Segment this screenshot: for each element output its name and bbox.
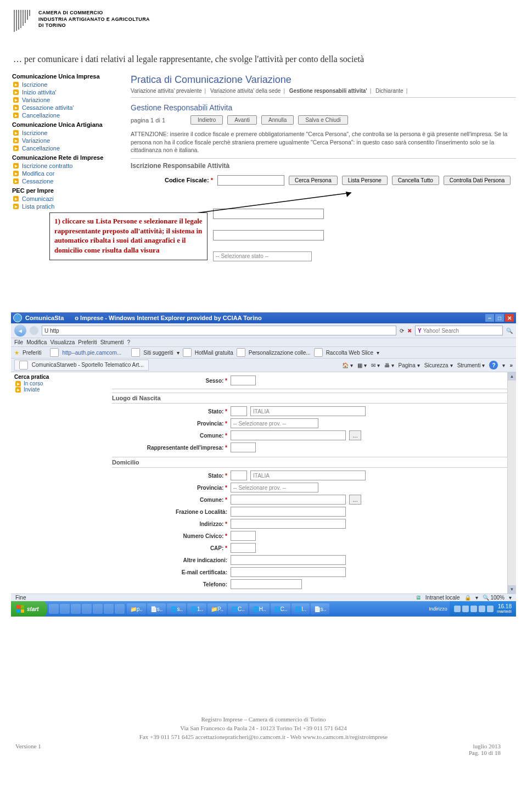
altre-input[interactable] <box>231 555 346 565</box>
dom-comune-input[interactable] <box>231 495 346 505</box>
sidebar-item-art-iscrizione[interactable]: ▸Iscrizione <box>11 129 121 137</box>
menu-visualizza[interactable]: Visualizza <box>50 339 75 345</box>
quick-launch-icon[interactable] <box>60 604 70 614</box>
favorites-icon[interactable]: ★ <box>14 350 19 356</box>
search-input[interactable]: Y Yahoo! Search <box>415 326 503 335</box>
scroll-up-icon[interactable]: ▲ <box>508 372 516 380</box>
home-icon[interactable]: 🏠 ▾ <box>342 362 353 368</box>
sidebar-item-rete-iscr[interactable]: ▸Iscrizione contratto <box>11 162 121 170</box>
prev-button[interactable]: Indietro <box>190 115 223 125</box>
telefono-input[interactable] <box>231 579 302 589</box>
state-select[interactable]: -- Selezionare stato -- <box>213 251 312 261</box>
help-icon[interactable]: ? <box>489 361 498 369</box>
sidebar-item-variazione[interactable]: ▸Variazione <box>11 96 121 104</box>
dom-stato-code-input[interactable] <box>231 471 247 480</box>
crumb[interactable]: Dichiarante <box>375 88 403 94</box>
task-item[interactable]: 🌐 H.. <box>249 603 270 614</box>
cancel-button[interactable]: Annulla <box>261 115 294 125</box>
security-menu[interactable]: Sicurezza ▾ <box>424 362 453 368</box>
window-minimize-icon[interactable]: – <box>485 314 494 322</box>
ie-tab[interactable]: ComunicaStarweb - Sportello Telematico A… <box>14 360 149 371</box>
task-item[interactable]: 🌐 1.. <box>187 603 206 614</box>
fav-personal[interactable]: Personalizzazione colle... <box>249 350 311 356</box>
task-item[interactable]: 🌐 C.. <box>271 603 291 614</box>
quick-launch-icon[interactable] <box>115 604 125 614</box>
task-item[interactable]: 🌐 C.. <box>228 603 248 614</box>
task-item[interactable]: 📄 s.. <box>311 603 330 614</box>
tray-icon[interactable] <box>454 606 461 612</box>
cerca-in-corso[interactable]: ▸In corso <box>14 380 86 387</box>
tray-icon[interactable] <box>479 606 485 612</box>
quick-launch-icon[interactable] <box>93 604 103 614</box>
menu-preferiti[interactable]: Preferiti <box>78 339 97 345</box>
sidebar-item-cessazione-att[interactable]: ▸Cessazione attivita' <box>11 104 121 111</box>
sidebar-item-rete-mod[interactable]: ▸Modifica cor <box>11 170 121 177</box>
faded-input[interactable] <box>213 209 324 219</box>
fav-siti[interactable]: Siti suggeriti <box>143 350 173 356</box>
dom-comune-browse-button[interactable]: … <box>349 495 361 505</box>
feeds-icon[interactable]: ▦ ▾ <box>357 362 367 368</box>
tray-icon[interactable] <box>487 606 494 612</box>
scrollbar[interactable]: ▲ ▼ <box>507 372 516 593</box>
provincia-select[interactable]: -- Selezionare prov. -- <box>231 418 318 428</box>
quick-launch-icon[interactable] <box>82 604 92 614</box>
menu-strumenti[interactable]: Strumenti <box>100 339 124 345</box>
quick-launch-icon[interactable] <box>104 604 114 614</box>
stato-select[interactable]: ITALIA <box>250 406 366 416</box>
save-button[interactable]: Salva e Chiudi <box>298 115 347 125</box>
cancella-tutto-button[interactable]: Cancella Tutto <box>392 176 439 185</box>
clock[interactable]: 16.18 martedì <box>497 604 512 614</box>
sidebar-item-cancellazione[interactable]: ▸Cancellazione <box>11 111 121 119</box>
fav-hotmail[interactable]: HotMail gratuita <box>195 350 233 356</box>
comune-input[interactable] <box>231 430 346 440</box>
scroll-down-icon[interactable]: ▼ <box>508 585 516 593</box>
sidebar-item-art-canc[interactable]: ▸Cancellazione <box>11 144 121 152</box>
next-button[interactable]: Avanti <box>227 115 257 125</box>
menu-help[interactable]: ? <box>127 339 130 345</box>
forward-icon[interactable] <box>30 326 38 335</box>
faded-input[interactable] <box>213 230 324 240</box>
rappresentante-select[interactable] <box>231 443 256 452</box>
favorites-label[interactable]: Preferiti <box>23 350 41 356</box>
dom-stato-select[interactable]: ITALIA <box>250 471 366 480</box>
fav-slice[interactable]: Raccolta Web Slice <box>326 350 374 356</box>
email-input[interactable] <box>231 567 346 577</box>
url-input[interactable]: U http <box>42 326 396 335</box>
sesso-select[interactable] <box>231 376 256 385</box>
indirizzo-input[interactable] <box>231 519 346 529</box>
controlla-dati-button[interactable]: Controlla Dati Persona <box>444 176 511 185</box>
sidebar-item-pec-com[interactable]: ▸Comunicazi <box>11 195 121 203</box>
quick-launch-icon[interactable] <box>71 604 81 614</box>
quick-launch-icon[interactable] <box>49 604 59 614</box>
cap-input[interactable] <box>231 543 256 553</box>
fav-url[interactable]: http--auth.pie.camcom... <box>62 350 121 356</box>
lista-persone-button[interactable]: Lista Persone <box>342 176 388 185</box>
tools-menu[interactable]: Strumenti ▾ <box>457 362 485 368</box>
menu-file[interactable]: File <box>14 339 23 345</box>
civico-input[interactable] <box>231 531 256 541</box>
page-menu[interactable]: Pagina ▾ <box>399 362 420 368</box>
tray-icon[interactable] <box>470 606 477 612</box>
taskbar-indirizzo[interactable]: Indirizzo <box>427 606 450 612</box>
zoom-level[interactable]: 🔍 100% <box>483 595 504 601</box>
task-item[interactable]: 📁 p.. <box>127 603 146 614</box>
sidebar-item-art-variazione[interactable]: ▸Variazione <box>11 137 121 144</box>
crumb-active[interactable]: Gestione responsabili attivita' <box>289 88 367 94</box>
cerca-inviate[interactable]: ▸Inviate <box>14 387 86 393</box>
crumb[interactable]: Variazione attivita' della sede <box>210 88 281 94</box>
search-icon[interactable]: 🔍 <box>506 328 513 334</box>
dom-provincia-select[interactable]: -- Selezionare prov. -- <box>231 483 318 492</box>
cerca-persona-button[interactable]: Cerca Persona <box>289 176 338 185</box>
frazione-input[interactable] <box>231 507 346 517</box>
print-icon[interactable]: 🖶 ▾ <box>384 362 394 368</box>
crumb[interactable]: Variazione attivita' prevalente <box>131 88 202 94</box>
sidebar-item-inizio[interactable]: ▸Inizio attivita' <box>11 88 121 96</box>
stop-icon[interactable]: ✖ <box>407 328 412 334</box>
codice-fiscale-input[interactable] <box>217 175 284 186</box>
mail-icon[interactable]: ✉ ▾ <box>371 362 380 368</box>
task-item[interactable]: 🌐 s.. <box>167 603 186 614</box>
sidebar-item-pec-lista[interactable]: ▸Lista pratich <box>11 203 121 210</box>
window-close-icon[interactable]: ✕ <box>505 314 514 322</box>
task-item[interactable]: 📄 s.. <box>147 603 166 614</box>
window-maximize-icon[interactable]: □ <box>495 314 504 322</box>
